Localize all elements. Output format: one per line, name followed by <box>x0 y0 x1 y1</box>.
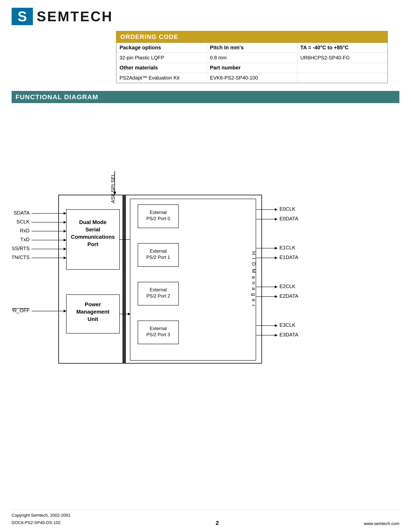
footer: Copyright Semtech, 2002-2001 DOC6-PS2-SP… <box>12 510 399 526</box>
ps2-port1-line2: PS/2 Port 1 <box>146 255 170 260</box>
rxd-label: RxD <box>20 228 30 234</box>
dual-mode-line2: Serial <box>85 227 100 233</box>
dual-mode-line4: Port <box>87 241 98 247</box>
pitch-label: Pitch In mm's <box>207 43 297 53</box>
svg-marker-30 <box>275 208 278 211</box>
ordering-row-3: Other materials Part number <box>116 63 387 73</box>
svg-marker-42 <box>275 324 278 327</box>
package-options-value: 32-pin Plastic LQFP <box>116 53 207 63</box>
dual-mode-line1: Dual Mode <box>79 219 107 225</box>
e3clk-label: E3CLK <box>280 322 296 328</box>
logo-text: SEMTECH <box>37 9 113 24</box>
sclk-label: SCLK <box>17 219 30 225</box>
ps2-port3-line2: PS/2 Port 3 <box>146 332 170 337</box>
atncts-label: ATN/CTS <box>12 254 30 260</box>
svg-marker-22 <box>64 248 66 250</box>
other-materials-label: Other materials <box>116 63 207 73</box>
asi-spi-label: ASI/ SPI SEL <box>110 173 116 203</box>
empty-cell-2 <box>297 73 387 83</box>
svg-marker-14 <box>64 212 66 215</box>
svg-rect-5 <box>122 195 126 363</box>
sdata-label: SDATA <box>14 210 30 216</box>
svg-marker-26 <box>64 310 66 313</box>
ordering-code-section: ORDERING CODE Package options Pitch In m… <box>116 31 388 83</box>
ps2-port2-line2: PS/2 Port 2 <box>146 293 170 298</box>
ta-value: UR6HCPS2-SP40-FG <box>297 53 387 63</box>
ordering-table: Package options Pitch In mm's TA = -40°C… <box>116 43 388 83</box>
svg-marker-34 <box>275 247 278 249</box>
ps2-port1-line1: External <box>149 248 167 254</box>
power-line2: Management <box>76 309 109 315</box>
ordering-row-1: Package options Pitch In mm's TA = -40°C… <box>116 43 387 53</box>
svg-marker-16 <box>64 221 66 224</box>
website-text: www.semtech.com <box>364 521 399 526</box>
header: S SEMTECH <box>0 0 411 31</box>
svg-text:S: S <box>18 9 27 24</box>
functional-diagram-svg: ASI/ SPI SEL Dual Mode Serial Communicat… <box>12 115 399 376</box>
power-line1: Power <box>84 301 101 307</box>
ordering-row-4: PS2Adapt™ Evaluation Kit EVK6-PS2-SP40-1… <box>116 73 387 83</box>
ps2-port0-line2: PS/2 Port 0 <box>146 216 170 221</box>
e0clk-label: E0CLK <box>280 206 296 212</box>
package-options-label: Package options <box>116 43 207 53</box>
svg-marker-40 <box>275 295 278 298</box>
svg-marker-24 <box>64 256 66 259</box>
ordering-code-header: ORDERING CODE <box>116 31 388 43</box>
footer-left: Copyright Semtech, 2002-2001 DOC6-PS2-SP… <box>12 512 71 526</box>
functional-diagram-section: FUNCTIONAL DIAGRAM ASI/ SPI SEL Dual Mod… <box>12 91 399 376</box>
svg-marker-18 <box>64 230 66 233</box>
svg-marker-38 <box>275 285 278 288</box>
functional-diagram-header: FUNCTIONAL DIAGRAM <box>12 91 399 103</box>
e1clk-label: E1CLK <box>280 245 296 250</box>
e2data-label: E2DATA <box>280 293 299 299</box>
ps2-port3-line1: External <box>149 326 167 331</box>
main-content: ORDERING CODE Package options Pitch In m… <box>0 31 411 376</box>
dual-mode-line3: Communications <box>71 234 115 240</box>
svg-marker-36 <box>275 256 278 259</box>
txd-label: TxD <box>20 237 30 242</box>
hid-manager-label: H I D M a n a g e r <box>251 251 257 307</box>
copyright-text: Copyright Semtech, 2002-2001 <box>12 512 71 519</box>
power-line3: Unit <box>87 316 98 322</box>
svg-marker-44 <box>275 334 278 337</box>
e1data-label: E1DATA <box>280 254 299 260</box>
ps2-port0-line1: External <box>149 210 167 215</box>
logo-container: S SEMTECH <box>12 8 113 25</box>
empty-cell-1 <box>297 63 387 73</box>
e0data-label: E0DATA <box>280 216 299 221</box>
part-number-value: EVK6-PS2-SP40-100 <box>207 73 297 83</box>
ps2-port2-line1: External <box>149 287 167 292</box>
other-materials-value: PS2Adapt™ Evaluation Kit <box>116 73 207 83</box>
footer-center: 2 <box>216 520 219 526</box>
semtech-logo-icon: S <box>12 8 33 25</box>
page-number: 2 <box>216 520 219 526</box>
svg-marker-32 <box>275 218 278 220</box>
svg-marker-20 <box>64 239 66 241</box>
ordering-row-2: 32-pin Plastic LQFP 0.8 mm UR6HCPS2-SP40… <box>116 53 387 63</box>
e2clk-label: E2CLK <box>280 283 296 289</box>
doc-number-text: DOC6-PS2-SP40-DS-102 <box>12 519 71 526</box>
ssrts-label: SS/RTS <box>12 246 30 251</box>
ta-label: TA = -40°C to +85°C <box>297 43 387 53</box>
pitch-value: 0.8 mm <box>207 53 297 63</box>
e3data-label: E3DATA <box>280 332 299 338</box>
footer-right: www.semtech.com <box>364 521 399 526</box>
part-number-label: Part number <box>207 63 297 73</box>
